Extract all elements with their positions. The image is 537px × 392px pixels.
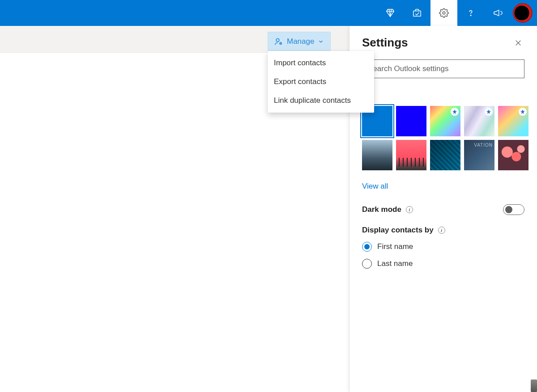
svg-marker-6 <box>486 110 491 114</box>
toggle-knob <box>505 206 512 213</box>
topbar <box>0 0 537 26</box>
theme-grid <box>362 106 524 170</box>
dark-mode-label: Dark mode i <box>362 205 413 214</box>
help-button[interactable] <box>457 0 484 26</box>
theme-tile-sunset-palms[interactable] <box>396 140 426 170</box>
radio-label: First name <box>377 242 413 251</box>
display-contacts-text: Display contacts by <box>362 226 434 235</box>
dark-mode-text: Dark mode <box>362 205 401 214</box>
manage-button[interactable]: Manage <box>268 32 331 51</box>
import-contacts-item[interactable]: Import contacts <box>268 54 374 72</box>
radio-input <box>362 259 372 269</box>
premium-badge-icon <box>451 108 459 116</box>
manage-dropdown: Import contacts Export contacts Link dup… <box>268 51 374 113</box>
info-icon[interactable]: i <box>438 227 445 234</box>
theme-tile-rainbow[interactable] <box>430 106 460 136</box>
megaphone-icon <box>493 8 503 18</box>
theme-tile-blue-bright[interactable] <box>396 106 426 136</box>
close-icon <box>514 39 522 47</box>
svg-marker-7 <box>520 110 525 114</box>
theme-tile-unicorn[interactable] <box>498 106 528 136</box>
theme-tile-bokeh-red[interactable] <box>498 140 528 170</box>
settings-panel: Settings e <box>349 26 537 392</box>
svg-marker-5 <box>452 110 457 114</box>
info-icon[interactable]: i <box>406 206 413 213</box>
radio-first-name[interactable]: First name <box>362 238 524 255</box>
link-duplicate-contacts-item[interactable]: Link duplicate contacts <box>268 91 374 110</box>
premium-badge-icon <box>485 108 493 116</box>
briefcase-check-icon <box>412 8 422 18</box>
svg-point-4 <box>280 42 281 44</box>
help-icon <box>466 8 476 18</box>
settings-button[interactable] <box>430 0 457 26</box>
display-contacts-radio-group: First name Last name <box>362 238 524 272</box>
display-contacts-label: Display contacts by i <box>362 226 524 235</box>
diamond-icon <box>385 8 395 18</box>
scrollbar-thumb[interactable] <box>531 379 537 392</box>
settings-title: Settings <box>362 36 408 50</box>
avatar[interactable] <box>513 3 533 23</box>
search-settings-input[interactable] <box>362 59 524 78</box>
radio-label: Last name <box>377 259 413 268</box>
manage-label: Manage <box>287 37 314 46</box>
theme-tile-mountain[interactable] <box>362 140 392 170</box>
export-contacts-item[interactable]: Export contacts <box>268 72 374 91</box>
dark-mode-toggle[interactable] <box>503 204 524 215</box>
theme-tile-circuit[interactable] <box>430 140 460 170</box>
svg-point-1 <box>443 12 445 14</box>
theme-section-label: e <box>362 91 524 101</box>
chevron-down-icon <box>318 38 324 45</box>
person-gear-icon <box>274 37 283 46</box>
theme-tile-ribbons[interactable] <box>464 106 494 136</box>
feedback-button[interactable] <box>484 0 511 26</box>
radio-input <box>362 242 372 252</box>
gear-icon <box>439 8 449 18</box>
whats-new-button[interactable] <box>404 0 430 26</box>
premium-diamond-button[interactable] <box>377 0 404 26</box>
view-all-themes-link[interactable]: View all <box>362 182 388 191</box>
radio-last-name[interactable]: Last name <box>362 255 524 272</box>
theme-tile-vation[interactable] <box>464 140 494 170</box>
premium-badge-icon <box>519 108 527 116</box>
svg-rect-0 <box>413 11 421 16</box>
svg-point-3 <box>276 38 279 42</box>
svg-point-2 <box>470 15 471 16</box>
close-settings-button[interactable] <box>512 37 524 49</box>
